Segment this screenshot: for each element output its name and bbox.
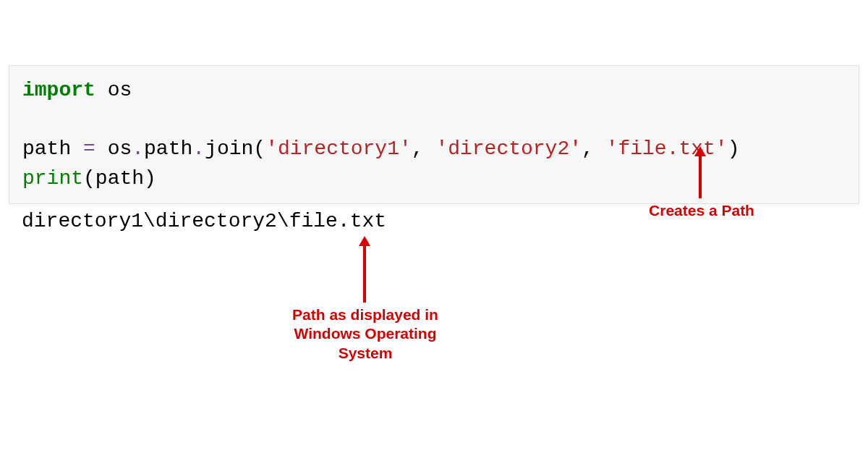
paren-close: ) [728,138,740,160]
arrow-windows-path [357,236,372,303]
builtin-print: print [22,167,83,190]
annotation-creates-path-text: Creates a Path [649,202,754,219]
blank-line [22,106,846,135]
string-arg-2: 'directory2' [435,138,582,160]
code-block: import os path = os.path.join('directory… [9,65,859,204]
string-arg-3: 'file.txt' [606,138,728,160]
svg-marker-1 [694,146,706,156]
comma-2: , [582,138,606,160]
code-line-3: path = os.path.join('directory1', 'direc… [22,135,846,164]
svg-marker-3 [359,236,370,246]
attr-path: path [144,138,192,160]
annotation-windows-path-line1: Path as displayed in [282,305,448,324]
keyword-import: import [22,79,95,101]
paren-close-2: ) [144,167,156,190]
code-line-1: import os [22,76,846,106]
code-line-4: print(path) [22,164,846,194]
arrow-creates-path [693,146,707,198]
string-arg-1: 'directory1' [265,138,412,160]
comma-1: , [412,138,436,160]
annotation-windows-path-line2: Windows Operating [282,324,448,343]
expr-os: os [95,138,132,160]
module-name: os [95,79,132,101]
operator-eq: = [83,138,95,160]
arg-path: path [95,167,144,190]
output-text: directory1\directory2\file.txt [22,210,386,232]
dot-1: . [132,138,144,160]
annotation-windows-path: Path as displayed in Windows Operating S… [282,305,448,363]
dot-2: . [192,138,205,160]
annotation-windows-path-line3: System [282,344,448,363]
fn-join: join [205,138,253,160]
var-path: path [22,138,83,160]
paren-open-2: ( [83,167,95,190]
paren-open: ( [253,138,265,160]
annotation-creates-path: Creates a Path [637,201,767,220]
